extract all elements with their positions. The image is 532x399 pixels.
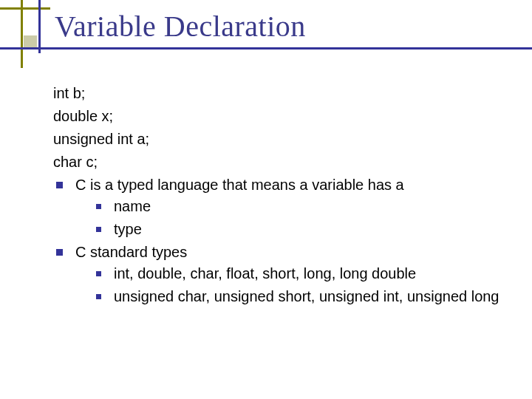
slide-title: Variable Declaration bbox=[55, 9, 306, 44]
bullet-item: C standard types int, double, char, floa… bbox=[53, 242, 502, 307]
sub-bullet-item: unsigned char, unsigned short, unsigned … bbox=[95, 286, 502, 307]
bullet-list: C is a typed language that means a varia… bbox=[53, 174, 502, 307]
decoration-line bbox=[38, 0, 41, 53]
sub-bullet-text: name bbox=[114, 198, 151, 214]
sub-bullet-list: name type bbox=[95, 196, 502, 240]
code-line: unsigned int a; bbox=[53, 129, 502, 150]
slide-body: int b; double x; unsigned int a; char c;… bbox=[53, 83, 502, 309]
decoration-line bbox=[21, 0, 23, 68]
sub-bullet-list: int, double, char, float, short, long, l… bbox=[95, 263, 502, 307]
decoration-line bbox=[0, 7, 50, 10]
sub-bullet-item: int, double, char, float, short, long, l… bbox=[95, 263, 502, 284]
bullet-text: C is a typed language that means a varia… bbox=[75, 177, 404, 193]
bullet-item: C is a typed language that means a varia… bbox=[53, 174, 502, 240]
slide: Variable Declaration int b; double x; un… bbox=[0, 0, 532, 399]
sub-bullet-text: int, double, char, float, short, long, l… bbox=[114, 265, 416, 282]
code-line: char c; bbox=[53, 151, 502, 173]
sub-bullet-item: name bbox=[95, 196, 502, 217]
sub-bullet-text: unsigned char, unsigned short, unsigned … bbox=[114, 288, 499, 304]
sub-bullet-text: type bbox=[114, 221, 142, 237]
decoration-line bbox=[0, 47, 532, 50]
code-line: double x; bbox=[53, 106, 502, 127]
bullet-text: C standard types bbox=[75, 244, 187, 260]
code-line: int b; bbox=[53, 83, 502, 104]
sub-bullet-item: type bbox=[95, 219, 502, 240]
